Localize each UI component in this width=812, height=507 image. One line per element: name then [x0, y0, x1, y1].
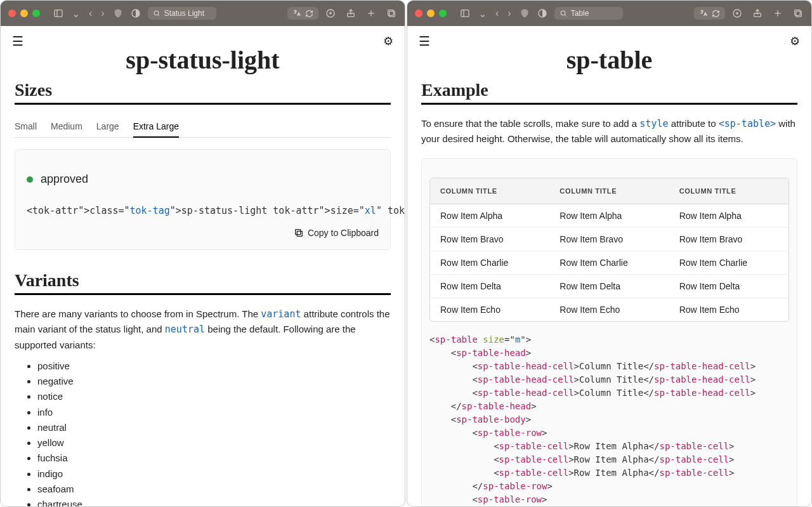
shield-icon[interactable]	[519, 8, 530, 19]
status-light-demo: approved	[27, 166, 379, 200]
status-dot-icon	[27, 176, 33, 183]
table-cell: Row Item Echo	[549, 298, 669, 321]
table-row[interactable]: Row Item AlphaRow Item AlphaRow Item Alp…	[430, 204, 789, 227]
svg-rect-12	[296, 230, 301, 235]
download-icon[interactable]	[325, 8, 336, 19]
table-header-cell[interactable]: COLUMN TITLE	[430, 178, 549, 204]
close-icon[interactable]	[415, 10, 422, 17]
tabs-icon[interactable]	[792, 8, 804, 19]
shield-icon[interactable]	[112, 8, 124, 19]
table-head: COLUMN TITLECOLUMN TITLECOLUMN TITLE	[430, 178, 789, 204]
contrast-icon[interactable]	[537, 8, 548, 19]
titlebar: ⌄ ‹ › Table	[407, 1, 811, 26]
table-cell: Row Item Echo	[430, 298, 549, 321]
address-search[interactable]: Status Light	[148, 7, 216, 20]
address-search[interactable]: Table	[554, 7, 623, 20]
window-controls[interactable]	[8, 10, 40, 17]
list-item: chartreuse	[37, 497, 391, 506]
svg-rect-13	[461, 10, 469, 17]
minimize-icon[interactable]	[427, 10, 435, 17]
list-item: negative	[37, 374, 391, 388]
table-cell: Row Item Bravo	[669, 228, 789, 251]
table-body: Row Item AlphaRow Item AlphaRow Item Alp…	[430, 204, 789, 321]
window-controls[interactable]	[415, 10, 447, 17]
table-cell: Row Item Delta	[549, 275, 669, 298]
svg-rect-11	[297, 231, 302, 236]
svg-point-16	[561, 11, 565, 15]
tab-extra-large[interactable]: Extra Large	[133, 116, 179, 138]
gear-icon[interactable]: ⚙	[383, 34, 393, 48]
close-icon[interactable]	[8, 10, 16, 17]
sidebar-toggle-icon[interactable]	[459, 8, 471, 19]
table-row[interactable]: Row Item BravoRow Item BravoRow Item Bra…	[430, 227, 789, 251]
tabs-icon[interactable]	[386, 8, 397, 19]
tab-small[interactable]: Small	[15, 116, 37, 137]
minimize-icon[interactable]	[20, 10, 28, 17]
tab-large[interactable]: Large	[96, 116, 119, 137]
table-header-cell[interactable]: COLUMN TITLE	[669, 178, 789, 204]
svg-rect-9	[390, 11, 395, 17]
list-item: fuchsia	[37, 451, 391, 465]
share-icon[interactable]	[345, 8, 357, 19]
table-example-wrap: COLUMN TITLECOLUMN TITLECOLUMN TITLE Row…	[421, 158, 797, 507]
table-row[interactable]: Row Item DeltaRow Item DeltaRow Item Del…	[430, 274, 789, 298]
example-description: To ensure that the table scrolls, make s…	[421, 116, 797, 147]
divider	[421, 103, 797, 105]
table-cell: Row Item Echo	[669, 298, 789, 321]
hamburger-icon[interactable]: ☰	[12, 34, 23, 49]
section-variants: Variants	[15, 270, 391, 291]
download-icon[interactable]	[731, 8, 743, 19]
table-cell: Row Item Charlie	[669, 251, 789, 274]
svg-line-4	[158, 15, 159, 16]
page-content: ☰ ⚙ sp-status-light Sizes SmallMediumLar…	[1, 26, 405, 506]
copy-button[interactable]: Copy to Clipboard	[294, 228, 379, 238]
window-table: ⌄ ‹ › Table ☰ ⚙	[407, 0, 812, 507]
svg-point-3	[154, 11, 159, 15]
list-item: yellow	[37, 435, 391, 450]
table-cell: Row Item Bravo	[430, 228, 549, 251]
search-icon	[560, 10, 567, 17]
table-cell: Row Item Delta	[430, 275, 549, 298]
status-label: approved	[41, 173, 88, 186]
titlebar: ⌄ ‹ › Status Light	[1, 1, 405, 26]
section-example: Example	[421, 80, 797, 100]
svg-rect-0	[55, 10, 62, 17]
forward-button[interactable]: ›	[506, 8, 512, 19]
contrast-icon[interactable]	[130, 8, 141, 19]
section-sizes: Sizes	[15, 80, 391, 100]
new-tab-icon[interactable]	[365, 8, 377, 19]
table-row[interactable]: Row Item EchoRow Item EchoRow Item Echo	[430, 298, 789, 321]
divider	[15, 103, 391, 105]
sidebar-toggle-icon[interactable]	[53, 8, 64, 19]
list-item: neutral	[37, 420, 391, 435]
table-header-cell[interactable]: COLUMN TITLE	[549, 178, 669, 204]
table-row[interactable]: Row Item CharlieRow Item CharlieRow Item…	[430, 251, 789, 274]
copy-label: Copy to Clipboard	[308, 228, 379, 238]
table-cell: Row Item Delta	[669, 275, 789, 298]
variant-list: positivenegativenoticeinfoneutralyellowf…	[37, 359, 391, 506]
page-title: sp-status-light	[1, 45, 405, 75]
svg-rect-10	[388, 10, 394, 16]
back-button[interactable]: ‹	[494, 8, 500, 19]
translate-reload-pill[interactable]	[287, 7, 318, 20]
chevron-down-icon[interactable]: ⌄	[70, 8, 81, 20]
zoom-icon[interactable]	[439, 10, 447, 17]
tab-medium[interactable]: Medium	[51, 116, 82, 137]
table-cell: Row Item Alpha	[430, 204, 549, 227]
new-tab-icon[interactable]	[772, 8, 783, 19]
list-item: indigo	[37, 466, 391, 481]
forward-button[interactable]: ›	[100, 8, 105, 19]
back-button[interactable]: ‹	[88, 8, 93, 19]
list-item: notice	[37, 389, 391, 404]
svg-line-17	[565, 15, 566, 16]
table-cell: Row Item Charlie	[549, 251, 669, 274]
window-status-light: ⌄ ‹ › Status Light ☰	[0, 0, 405, 507]
gear-icon[interactable]: ⚙	[790, 34, 800, 48]
size-tabs: SmallMediumLargeExtra Large	[15, 116, 391, 138]
share-icon[interactable]	[752, 8, 763, 19]
hamburger-icon[interactable]: ☰	[419, 34, 430, 49]
chevron-down-icon[interactable]: ⌄	[477, 8, 488, 20]
search-text: Status Light	[164, 9, 204, 18]
translate-reload-pill[interactable]	[694, 7, 725, 20]
zoom-icon[interactable]	[32, 10, 40, 17]
